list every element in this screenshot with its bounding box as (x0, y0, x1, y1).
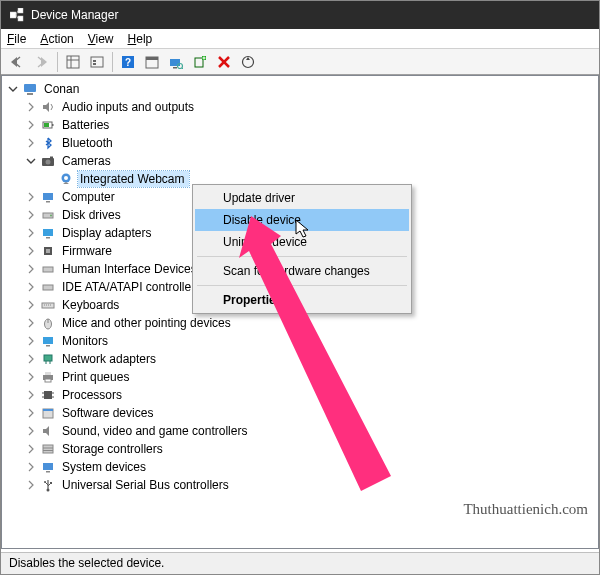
toolbar-separator (112, 52, 113, 72)
menu-view[interactable]: View (88, 32, 114, 46)
webcam-icon (58, 171, 74, 187)
context-scan-hardware[interactable]: Scan for hardware changes (195, 260, 409, 282)
tree-item-hid[interactable]: Human Interface Devices (60, 261, 201, 277)
expand-icon[interactable] (24, 406, 38, 420)
tree-item-monitors[interactable]: Monitors (60, 333, 112, 349)
calendar-button[interactable] (141, 51, 163, 73)
svg-point-74 (44, 481, 46, 483)
expand-icon[interactable] (24, 262, 38, 276)
expand-icon[interactable] (24, 244, 38, 258)
tree-item-software[interactable]: Software devices (60, 405, 157, 421)
expand-icon[interactable] (24, 442, 38, 456)
computer-icon (40, 189, 56, 205)
svg-rect-19 (195, 58, 203, 67)
svg-rect-29 (52, 124, 54, 126)
tree-item-firmware[interactable]: Firmware (60, 243, 116, 259)
context-separator (197, 285, 407, 286)
svg-rect-45 (43, 285, 53, 290)
context-disable-device[interactable]: Disable device (195, 209, 409, 231)
tree-item-disk[interactable]: Disk drives (60, 207, 125, 223)
sound-icon (40, 423, 56, 439)
computer-icon (22, 81, 38, 97)
svg-rect-16 (173, 67, 177, 69)
tree-item-bluetooth[interactable]: Bluetooth (60, 135, 117, 151)
monitor-icon (40, 333, 56, 349)
tree-item-storage[interactable]: Storage controllers (60, 441, 167, 457)
properties-button[interactable] (86, 51, 108, 73)
svg-rect-51 (46, 345, 50, 347)
expand-icon[interactable] (24, 388, 38, 402)
menu-action[interactable]: Action (40, 32, 73, 46)
scan-hardware-button[interactable] (165, 51, 187, 73)
svg-rect-15 (170, 59, 180, 66)
tree-item-batteries[interactable]: Batteries (60, 117, 113, 133)
help-button[interactable]: ? (117, 51, 139, 73)
window-title: Device Manager (31, 8, 118, 22)
expand-icon[interactable] (24, 208, 38, 222)
svg-rect-58 (44, 391, 52, 399)
expand-icon[interactable] (24, 100, 38, 114)
tree-item-mice[interactable]: Mice and other pointing devices (60, 315, 235, 331)
expand-icon[interactable] (24, 298, 38, 312)
expand-icon[interactable] (24, 118, 38, 132)
menu-help[interactable]: Help (128, 32, 153, 46)
remove-device-button[interactable] (213, 51, 235, 73)
tree-item-print[interactable]: Print queues (60, 369, 133, 385)
svg-line-3 (16, 11, 18, 16)
tree-root[interactable]: Conan (42, 81, 83, 97)
forward-button[interactable] (31, 51, 53, 73)
expand-icon[interactable] (24, 280, 38, 294)
svg-rect-57 (45, 379, 51, 382)
tree-item-sound[interactable]: Sound, video and game controllers (60, 423, 251, 439)
context-update-driver[interactable]: Update driver (195, 187, 409, 209)
tree-item-keyboards[interactable]: Keyboards (60, 297, 123, 313)
printer-icon (40, 369, 56, 385)
expand-icon[interactable] (24, 352, 38, 366)
tree-item-processors[interactable]: Processors (60, 387, 126, 403)
svg-rect-44 (43, 267, 53, 272)
expand-icon[interactable] (24, 226, 38, 240)
tree-item-display[interactable]: Display adapters (60, 225, 155, 241)
collapse-icon[interactable] (24, 154, 38, 168)
tree-item-webcam[interactable]: Integrated Webcam (78, 171, 189, 187)
tree-item-ide[interactable]: IDE ATA/ATAPI controllers (60, 279, 205, 295)
expand-icon[interactable] (24, 190, 38, 204)
svg-rect-2 (18, 16, 23, 21)
svg-rect-1 (18, 8, 23, 13)
context-uninstall-device[interactable]: Uninstall device (195, 231, 409, 253)
svg-rect-43 (46, 249, 50, 253)
svg-rect-26 (24, 84, 36, 92)
expand-icon[interactable] (24, 478, 38, 492)
expand-icon[interactable] (6, 82, 20, 96)
audio-icon (40, 99, 56, 115)
add-device-button[interactable] (189, 51, 211, 73)
context-properties[interactable]: Properties (195, 289, 409, 311)
expand-icon[interactable] (24, 334, 38, 348)
tree-item-computer[interactable]: Computer (60, 189, 119, 205)
app-icon (9, 7, 25, 23)
expand-icon[interactable] (24, 370, 38, 384)
svg-rect-37 (46, 201, 50, 203)
expand-icon[interactable] (24, 460, 38, 474)
tree-item-network[interactable]: Network adapters (60, 351, 160, 367)
tree-item-system[interactable]: System devices (60, 459, 150, 475)
expand-icon[interactable] (24, 424, 38, 438)
tree-item-audio[interactable]: Audio inputs and outputs (60, 99, 198, 115)
tree-item-cameras[interactable]: Cameras (60, 153, 115, 169)
expand-icon[interactable] (24, 316, 38, 330)
display-icon (40, 225, 56, 241)
update-driver-button[interactable] (237, 51, 259, 73)
back-button[interactable] (7, 51, 29, 73)
keyboard-icon (40, 297, 56, 313)
menu-file[interactable]: File (7, 32, 26, 46)
svg-line-4 (16, 15, 18, 19)
hid-icon (40, 261, 56, 277)
tree-item-usb[interactable]: Universal Serial Bus controllers (60, 477, 233, 493)
svg-rect-68 (43, 463, 53, 470)
svg-rect-40 (43, 229, 53, 236)
mouse-icon (40, 315, 56, 331)
svg-rect-14 (146, 57, 158, 60)
expand-icon[interactable] (24, 136, 38, 150)
svg-rect-30 (44, 123, 49, 127)
show-hidden-button[interactable] (62, 51, 84, 73)
